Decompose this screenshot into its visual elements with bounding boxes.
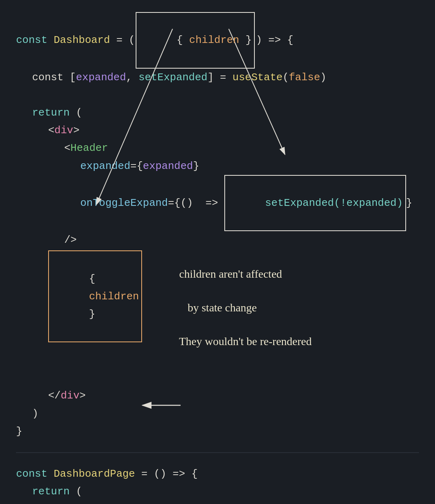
code-line-4: < div > (48, 122, 419, 139)
code-line-3: return ( (32, 104, 419, 122)
code-line-12: } (16, 423, 419, 440)
code-line-11: ) (32, 405, 419, 423)
keyword-const: const (16, 31, 54, 49)
code-line-8: /> (64, 231, 419, 249)
children-param-box: { children } (136, 12, 255, 69)
code-line-2: const [ expanded , setExpanded ] = useSt… (32, 69, 419, 86)
children-usage-box: { children } (48, 250, 142, 342)
blank-line-1 (16, 86, 419, 104)
fn-name-dashboard: Dashboard (54, 31, 110, 49)
code-line-1: const Dashboard = ( { children } ) => { (16, 12, 419, 69)
b2-code-line-2: return ( (32, 483, 419, 500)
code-line-9: { children } children aren't affected by… (48, 250, 419, 367)
b2-code-line-3: < Dashboard > (48, 500, 419, 504)
set-expanded-box: setExpanded(!expanded) (224, 175, 406, 232)
main-container: const Dashboard = ( { children } ) => { … (0, 0, 435, 504)
section-divider (16, 452, 419, 453)
code-line-7: onToggleExpand ={() => setExpanded(!expa… (80, 175, 419, 232)
b2-code-line-1: const DashboardPage = () => { (16, 465, 419, 483)
code-line-10: </ div > (48, 387, 419, 404)
code-line-6: expanded ={ expanded } (80, 157, 419, 175)
children-annotation: children aren't affected by state change… (162, 249, 311, 367)
code-line-5: < Header (64, 139, 419, 157)
